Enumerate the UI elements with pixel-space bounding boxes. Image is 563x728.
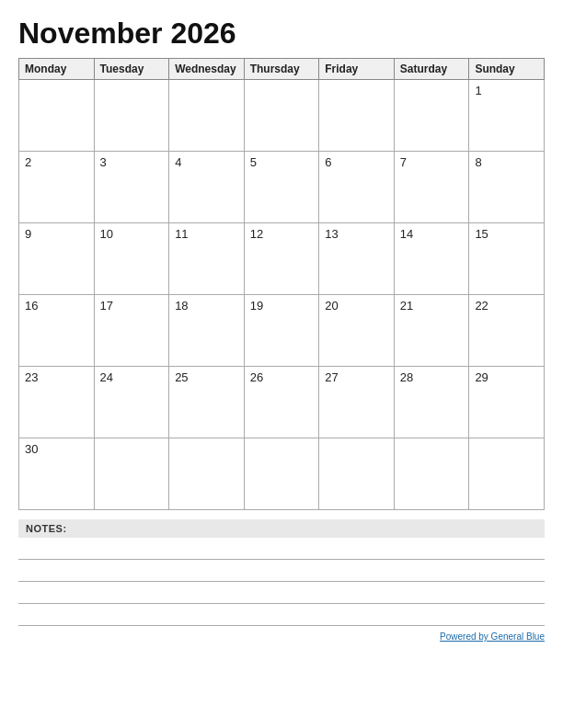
day-number: 2 bbox=[25, 155, 31, 169]
calendar-cell: 25 bbox=[169, 367, 245, 438]
calendar-body: 1234567891011121314151617181920212223242… bbox=[19, 80, 545, 510]
notes-section: NOTES: bbox=[18, 519, 545, 626]
calendar-cell bbox=[394, 80, 469, 152]
col-header-monday: Monday bbox=[19, 59, 95, 80]
calendar-cell bbox=[19, 80, 95, 152]
day-number: 27 bbox=[325, 370, 338, 384]
notes-line-3 bbox=[18, 584, 545, 604]
day-number: 18 bbox=[175, 299, 188, 313]
calendar-cell: 12 bbox=[244, 223, 319, 295]
day-number: 30 bbox=[25, 442, 38, 456]
col-header-thursday: Thursday bbox=[244, 59, 319, 80]
day-number: 20 bbox=[325, 299, 338, 313]
calendar-week-1: 2345678 bbox=[19, 152, 545, 223]
day-number: 23 bbox=[25, 370, 38, 384]
day-number: 7 bbox=[400, 155, 407, 169]
calendar-cell: 7 bbox=[394, 152, 469, 223]
notes-line-2 bbox=[18, 562, 545, 582]
calendar-cell bbox=[94, 438, 169, 510]
calendar-cell: 19 bbox=[244, 295, 319, 367]
day-number: 5 bbox=[250, 155, 257, 169]
day-number: 16 bbox=[25, 299, 38, 313]
day-number: 12 bbox=[250, 227, 263, 241]
day-number: 29 bbox=[475, 370, 488, 384]
calendar-cell: 1 bbox=[469, 80, 545, 152]
day-number: 3 bbox=[100, 155, 107, 169]
calendar-cell bbox=[169, 438, 245, 510]
day-number: 19 bbox=[250, 299, 263, 313]
day-number: 28 bbox=[400, 370, 413, 384]
calendar-cell: 18 bbox=[169, 295, 245, 367]
col-header-sunday: Sunday bbox=[469, 59, 545, 80]
calendar-cell: 29 bbox=[469, 367, 545, 438]
day-number: 11 bbox=[175, 227, 188, 241]
calendar-cell bbox=[319, 80, 395, 152]
day-number: 1 bbox=[475, 84, 481, 97]
notes-line-1 bbox=[18, 540, 545, 560]
day-number: 21 bbox=[400, 299, 413, 313]
col-header-saturday: Saturday bbox=[394, 59, 469, 80]
day-number: 8 bbox=[475, 155, 481, 169]
calendar-cell: 20 bbox=[319, 295, 395, 367]
calendar-cell bbox=[94, 80, 169, 152]
calendar-week-0: 1 bbox=[19, 80, 545, 152]
calendar-cell: 26 bbox=[244, 367, 319, 438]
calendar-cell bbox=[469, 438, 545, 510]
calendar-cell bbox=[244, 438, 319, 510]
day-number: 17 bbox=[100, 299, 113, 313]
day-number: 15 bbox=[475, 227, 488, 241]
calendar-cell: 14 bbox=[394, 223, 469, 295]
day-number: 4 bbox=[175, 155, 181, 169]
calendar-cell: 21 bbox=[394, 295, 469, 367]
day-number: 24 bbox=[100, 370, 113, 384]
calendar-cell: 5 bbox=[244, 152, 319, 223]
notes-label: NOTES: bbox=[18, 519, 545, 538]
calendar-cell bbox=[244, 80, 319, 152]
day-number: 22 bbox=[475, 299, 488, 313]
calendar-cell: 8 bbox=[469, 152, 545, 223]
calendar-cell: 6 bbox=[319, 152, 395, 223]
calendar-cell: 17 bbox=[94, 295, 169, 367]
notes-line-4 bbox=[18, 606, 545, 626]
day-number: 25 bbox=[175, 370, 188, 384]
calendar-cell: 11 bbox=[169, 223, 245, 295]
calendar-week-4: 23242526272829 bbox=[19, 367, 545, 438]
calendar-cell: 24 bbox=[94, 367, 169, 438]
col-header-friday: Friday bbox=[319, 59, 395, 80]
calendar-cell: 2 bbox=[19, 152, 95, 223]
col-header-wednesday: Wednesday bbox=[169, 59, 245, 80]
powered-by: Powered by General Blue bbox=[18, 631, 545, 642]
day-number: 10 bbox=[100, 227, 113, 241]
calendar-title: November 2026 bbox=[18, 17, 545, 51]
calendar-cell: 22 bbox=[469, 295, 545, 367]
calendar-cell: 28 bbox=[394, 367, 469, 438]
calendar-cell: 27 bbox=[319, 367, 395, 438]
calendar-cell: 3 bbox=[94, 152, 169, 223]
calendar-cell: 30 bbox=[19, 438, 95, 510]
calendar-cell: 23 bbox=[19, 367, 95, 438]
calendar-week-3: 16171819202122 bbox=[19, 295, 545, 367]
calendar-header-row: MondayTuesdayWednesdayThursdayFridaySatu… bbox=[19, 59, 545, 80]
calendar-cell bbox=[169, 80, 245, 152]
calendar-cell: 13 bbox=[319, 223, 395, 295]
calendar-cell bbox=[319, 438, 395, 510]
day-number: 13 bbox=[325, 227, 338, 241]
calendar-cell: 9 bbox=[19, 223, 95, 295]
day-number: 14 bbox=[400, 227, 413, 241]
day-number: 26 bbox=[250, 370, 263, 384]
calendar-cell: 4 bbox=[169, 152, 245, 223]
calendar-week-5: 30 bbox=[19, 438, 545, 510]
powered-by-link[interactable]: Powered by General Blue bbox=[440, 631, 545, 642]
day-number: 6 bbox=[325, 155, 331, 169]
calendar-table: MondayTuesdayWednesdayThursdayFridaySatu… bbox=[18, 58, 545, 510]
day-number: 9 bbox=[25, 227, 31, 241]
calendar-cell bbox=[394, 438, 469, 510]
calendar-cell: 16 bbox=[19, 295, 95, 367]
calendar-cell: 10 bbox=[94, 223, 169, 295]
calendar-cell: 15 bbox=[469, 223, 545, 295]
col-header-tuesday: Tuesday bbox=[94, 59, 169, 80]
calendar-week-2: 9101112131415 bbox=[19, 223, 545, 295]
